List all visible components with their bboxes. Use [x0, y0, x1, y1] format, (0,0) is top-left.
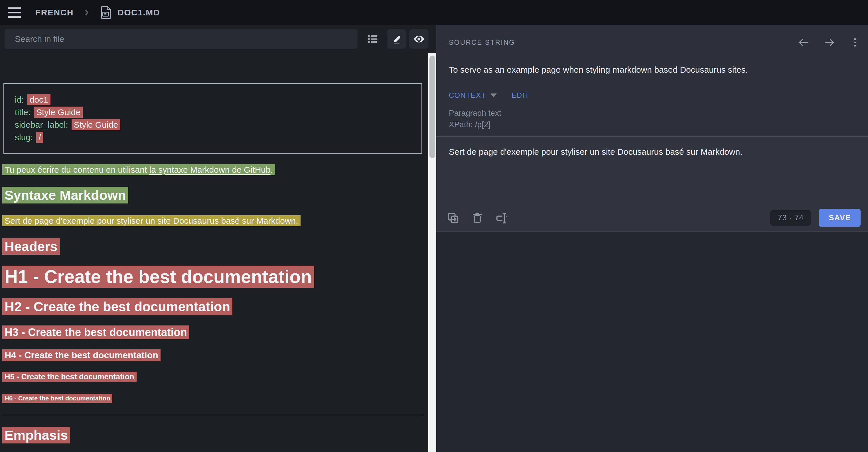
- eye-icon: [413, 33, 425, 45]
- source-string-label: SOURCE STRING: [449, 38, 515, 46]
- frontmatter-row: slug:/: [15, 131, 411, 143]
- arrow-left-icon: [797, 36, 810, 49]
- doc-h5: H5 - Create the best documentation: [2, 372, 423, 382]
- doc-string[interactable]: H4 - Create the best documentation: [2, 349, 160, 361]
- frontmatter-key: slug:: [15, 132, 33, 142]
- doc-string[interactable]: H1 - Create the best documentation: [2, 266, 314, 288]
- markdown-file-icon: M↓: [100, 6, 111, 20]
- trash-icon: [471, 212, 484, 224]
- doc-h2-emphasis: Emphasis: [2, 427, 423, 444]
- document-panel: id:doc1 title:Style Guide sidebar_label:…: [0, 25, 428, 452]
- kebab-menu-icon: [849, 37, 861, 48]
- frontmatter-box: id:doc1 title:Style Guide sidebar_label:…: [3, 83, 422, 154]
- doc-string-selected[interactable]: Sert de page d'exemple pour styliser un …: [2, 215, 301, 226]
- doc-string[interactable]: H5 - Create the best documentation: [2, 372, 136, 382]
- editor-toolbar: 73 · 74 SAVE: [446, 209, 861, 227]
- context-type: Paragraph text: [449, 107, 861, 119]
- text-cursor-box-icon: [495, 212, 508, 225]
- search-row: [0, 25, 428, 53]
- frontmatter-row: title:Style Guide: [15, 106, 411, 119]
- doc-paragraph-selected: Sert de page d'exemple pour styliser un …: [2, 215, 423, 227]
- frontmatter-row: sidebar_label:Style Guide: [15, 119, 411, 131]
- insert-placeholder-button[interactable]: [495, 212, 508, 225]
- preview-mode-button[interactable]: [409, 29, 429, 49]
- hamburger-menu-button[interactable]: [8, 7, 21, 18]
- scrollbar-thumb[interactable]: [429, 56, 435, 158]
- search-input[interactable]: [5, 29, 358, 49]
- document-content: id:doc1 title:Style Guide sidebar_label:…: [0, 78, 428, 452]
- copy-source-button[interactable]: [446, 212, 460, 225]
- breadcrumb-project[interactable]: FRENCH: [35, 8, 73, 18]
- svg-text:M↓: M↓: [103, 12, 107, 16]
- doc-link[interactable]: la syntaxe Markdown de GitHub: [149, 165, 271, 174]
- doc-divider: [2, 415, 423, 415]
- breadcrumb-file-chip: M↓ DOC1.MD: [100, 6, 160, 20]
- string-list-button[interactable]: [363, 29, 382, 49]
- chevron-right-icon: [83, 8, 91, 17]
- char-count-badge: 73 · 74: [770, 210, 811, 226]
- doc-h2-syntaxe-markdown: Syntaxe Markdown: [2, 187, 423, 204]
- doc-h1: H1 - Create the best documentation: [2, 265, 423, 288]
- doc-h2-headers: Headers: [2, 238, 423, 255]
- doc-string[interactable]: Syntaxe Markdown: [2, 187, 128, 203]
- pencil-icon: [391, 33, 403, 45]
- doc-string[interactable]: Style Guide: [34, 106, 83, 118]
- frontmatter-row: id:doc1: [15, 94, 411, 106]
- delete-translation-button[interactable]: [471, 212, 484, 224]
- frontmatter-key: id:: [15, 95, 24, 104]
- doc-h4: H4 - Create the best documentation: [2, 349, 423, 361]
- frontmatter-key: sidebar_label:: [15, 120, 68, 129]
- breadcrumb-file[interactable]: DOC1.MD: [118, 8, 160, 18]
- doc-string[interactable]: H6 - Create the best documentation: [2, 394, 112, 403]
- doc-string[interactable]: Tu peux écrire du contenu en utilisant l…: [2, 164, 275, 175]
- doc-h6: H6 - Create the best documentation: [2, 394, 423, 402]
- copy-source-icon: [446, 212, 460, 225]
- doc-h3: H3 - Create the best documentation: [2, 326, 423, 340]
- doc-string[interactable]: Headers: [2, 238, 60, 255]
- source-string-text: To serve as an example page when styling…: [449, 65, 861, 75]
- source-string-section: SOURCE STRING To s: [436, 25, 868, 130]
- doc-string[interactable]: /: [36, 132, 43, 143]
- translation-editor[interactable]: Sert de page d'exemple pour styliser un …: [436, 136, 868, 231]
- top-bar: FRENCH M↓ DOC1.MD: [0, 0, 868, 25]
- hamburger-menu-icon: [8, 7, 21, 9]
- doc-string[interactable]: Style Guide: [71, 119, 120, 130]
- context-dropdown-icon[interactable]: [491, 94, 497, 97]
- frontmatter-key: title:: [15, 107, 31, 117]
- translation-panel: SOURCE STRING To s: [436, 25, 868, 452]
- previous-string-button[interactable]: [797, 36, 810, 49]
- arrow-right-icon: [823, 36, 836, 49]
- translation-text[interactable]: Sert de page d'exemple pour styliser un …: [449, 147, 861, 157]
- more-options-button[interactable]: [849, 37, 861, 48]
- doc-string[interactable]: doc1: [27, 94, 51, 105]
- bullet-list-icon: [366, 33, 379, 45]
- scrollbar-track[interactable]: [428, 53, 436, 452]
- doc-string[interactable]: H2 - Create the best documentation: [2, 298, 232, 315]
- doc-string[interactable]: Emphasis: [2, 427, 70, 444]
- doc-paragraph-intro: Tu peux écrire du contenu en utilisant l…: [2, 164, 423, 176]
- edit-context-link[interactable]: EDIT: [512, 91, 529, 99]
- next-string-button[interactable]: [823, 36, 836, 49]
- save-button[interactable]: SAVE: [819, 209, 861, 227]
- edit-mode-button[interactable]: [387, 29, 406, 49]
- source-string-card: SOURCE STRING To s: [436, 25, 868, 232]
- doc-string[interactable]: H3 - Create the best documentation: [2, 325, 189, 339]
- context-xpath: XPath: /p[2]: [449, 119, 861, 130]
- doc-h2: H2 - Create the best documentation: [2, 298, 423, 315]
- context-link[interactable]: CONTEXT: [449, 91, 486, 99]
